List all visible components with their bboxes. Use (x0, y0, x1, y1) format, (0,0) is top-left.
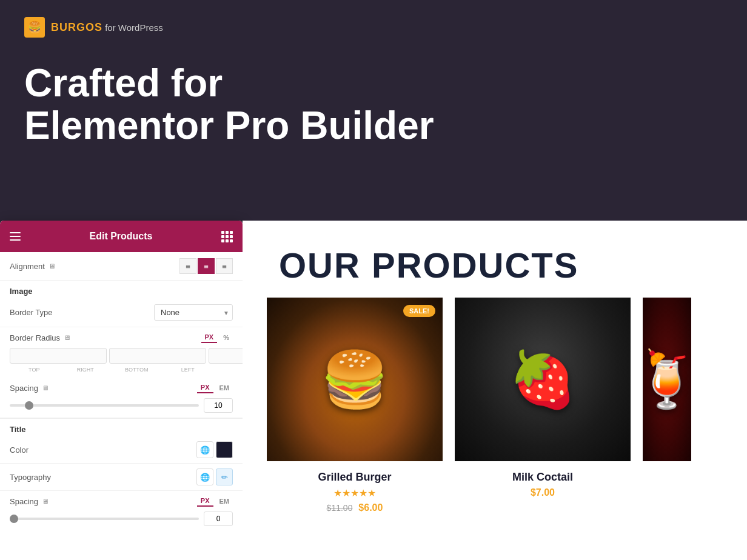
content-area: Edit Products Alignment 🖥 ≡ (0, 221, 747, 560)
third-emoji: 🍹 (643, 348, 691, 412)
responsive-icon: 🖥 (49, 262, 55, 270)
cocktail-info: Milk Coctail $7.00 (455, 461, 631, 498)
spacing-em-button[interactable]: EM (216, 382, 233, 393)
burger-sale-price: $6.00 (358, 502, 383, 513)
bottom-spacing-slider-thumb[interactable] (10, 515, 18, 523)
logo-icon: 🍔 (24, 17, 45, 38)
spacing-px-button[interactable]: PX (197, 382, 213, 393)
color-buttons: 🌐 (196, 441, 233, 458)
logo-wordmark: BURGOS for WordPress (51, 21, 163, 34)
br-unit-buttons: PX % (201, 332, 233, 343)
cocktail-image: 🍓 (455, 298, 631, 461)
logo-name: BURGOS (51, 21, 102, 33)
alignment-label: Alignment 🖥 (10, 262, 55, 271)
bottom-px-button[interactable]: PX (197, 496, 213, 507)
cocktail-name: Milk Coctail (455, 471, 631, 484)
color-global-button[interactable]: 🌐 (196, 441, 213, 458)
image-section-heading: Image (0, 281, 243, 298)
typography-edit-button[interactable]: ✏ (216, 468, 233, 485)
bottom-spacing-section: Spacing 🖥 PX EM (0, 491, 243, 531)
burger-image-wrapper: 🍔 SALE! (267, 298, 443, 461)
align-right-button[interactable]: ≡ (216, 258, 233, 274)
hamburger-menu-button[interactable] (10, 232, 21, 241)
border-type-label: Border Type (10, 308, 53, 317)
spacing-header: Spacing 🖥 PX EM (10, 382, 233, 393)
editor-body: Alignment 🖥 ≡ ≡ ≡ Image Border Type (0, 252, 243, 560)
bottom-spacing-responsive-icon: 🖥 (42, 498, 49, 505)
alignment-buttons: ≡ ≡ ≡ (179, 258, 233, 274)
burger-price: $11.00 $6.00 (267, 502, 443, 513)
logo-suffix: for WordPress (102, 22, 163, 33)
border-type-select-wrapper: None ▼ (154, 304, 233, 321)
burger-original-price: $11.00 (327, 503, 353, 513)
title-section-heading: Title (0, 418, 243, 436)
color-dark-swatch[interactable] (216, 441, 233, 458)
hero-line2: Elementor Pro Builder (24, 104, 723, 147)
bottom-spacing-label: Spacing 🖥 (10, 497, 49, 506)
spacing-section: Spacing 🖥 PX EM (0, 378, 243, 418)
br-responsive-icon: 🖥 (64, 334, 70, 341)
bottom-spacing-unit-buttons: PX EM (197, 496, 233, 507)
cocktail-emoji: 🍓 (509, 348, 577, 412)
third-image: 🍹 (643, 298, 691, 461)
color-row: Color 🌐 (0, 436, 243, 464)
hero-line1: Crafted for (24, 62, 723, 104)
border-radius-label: Border Radius 🖥 (10, 333, 70, 342)
product-card-burger: 🍔 SALE! Grilled Burger ★★★★★ $11.00 $6.0… (267, 298, 443, 513)
border-type-select[interactable]: None (154, 304, 233, 321)
border-radius-section: Border Radius 🖥 PX % 🔗 (0, 327, 243, 378)
typography-global-button[interactable]: 🌐 (196, 468, 213, 485)
top-bar: 🍔 BURGOS for WordPress (0, 0, 747, 50)
typography-label: Typography (10, 473, 51, 482)
align-left-button[interactable]: ≡ (179, 258, 196, 274)
hero-section: Crafted for Elementor Pro Builder (0, 50, 747, 165)
bottom-spacing-slider-track (10, 518, 199, 520)
grid-view-button[interactable] (221, 231, 233, 242)
alignment-row: Alignment 🖥 ≡ ≡ ≡ (0, 252, 243, 281)
spacing-slider-row (10, 398, 233, 413)
logo-container: 🍔 BURGOS for WordPress (24, 17, 163, 38)
cocktail-price: $7.00 (455, 487, 631, 498)
unit-px-button[interactable]: PX (201, 332, 218, 343)
unit-percent-button[interactable]: % (219, 332, 233, 343)
typography-buttons: 🌐 ✏ (196, 468, 233, 485)
spacing-value-input[interactable] (204, 398, 233, 413)
spacing-slider-track (10, 404, 199, 407)
sale-badge: SALE! (403, 305, 435, 317)
products-grid: 🍔 SALE! Grilled Burger ★★★★★ $11.00 $6.0… (243, 298, 747, 513)
border-type-row: Border Type None ▼ (0, 298, 243, 327)
bottom-spacing-slider-row (10, 512, 233, 526)
br-labels: TOP RIGHT BOTTOM LEFT (10, 367, 233, 373)
editor-header: Edit Products (0, 221, 243, 252)
main-background: 🍔 BURGOS for WordPress Crafted for Eleme… (0, 0, 747, 560)
hero-title: Crafted for Elementor Pro Builder (24, 62, 723, 147)
burger-info: Grilled Burger ★★★★★ $11.00 $6.00 (267, 461, 443, 513)
products-section-title: OUR PRODUCTS (279, 245, 711, 285)
border-radius-inputs: 🔗 (10, 347, 233, 365)
spacing-slider-thumb[interactable] (25, 401, 33, 410)
typography-row: Typography 🌐 ✏ (0, 464, 243, 491)
preview-panel: OUR PRODUCTS 🍔 SALE! Grilled Burger ★★★★… (243, 221, 747, 560)
product-card-third: 🍹 (643, 298, 691, 513)
bottom-spacing-header: Spacing 🖥 PX EM (10, 496, 233, 507)
cocktail-image-wrapper: 🍓 (455, 298, 631, 461)
border-radius-header: Border Radius 🖥 PX % (10, 332, 233, 343)
burger-name: Grilled Burger (267, 471, 443, 484)
burger-image: 🍔 (267, 298, 443, 461)
editor-title: Edit Products (89, 231, 152, 242)
br-top-input[interactable] (10, 348, 107, 364)
product-card-cocktail: 🍓 Milk Coctail $7.00 (455, 298, 631, 513)
br-right-input[interactable] (109, 348, 206, 364)
third-image-wrapper: 🍹 (643, 298, 691, 461)
align-center-button[interactable]: ≡ (198, 258, 215, 274)
cocktail-regular-price: $7.00 (531, 487, 555, 498)
burger-emoji: 🍔 (321, 348, 389, 412)
bottom-em-button[interactable]: EM (216, 496, 233, 507)
color-label: Color (10, 445, 28, 455)
preview-header: OUR PRODUCTS (243, 221, 747, 298)
bottom-spacing-value-input[interactable] (204, 512, 233, 526)
spacing-label: Spacing 🖥 (10, 384, 49, 393)
br-bottom-input[interactable] (209, 348, 243, 364)
spacing-unit-buttons: PX EM (197, 382, 233, 393)
editor-panel: Edit Products Alignment 🖥 ≡ (0, 221, 243, 560)
